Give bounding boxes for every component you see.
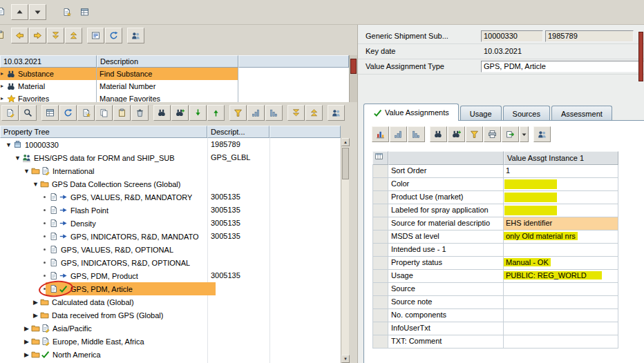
row-selector-cell[interactable] <box>372 296 388 309</box>
tree-row[interactable]: ▼GPS Data Collection Screens (Global) <box>0 177 341 190</box>
row-selector-cell[interactable] <box>372 178 388 191</box>
users-button[interactable] <box>328 105 345 121</box>
page-down-button[interactable] <box>287 105 305 121</box>
right-scroll-marker[interactable] <box>638 32 643 81</box>
scroll-down-button[interactable]: ▼ <box>341 355 350 363</box>
tab-sources[interactable]: Sources <box>503 106 550 121</box>
export-button[interactable] <box>502 126 519 142</box>
characteristic-value-cell[interactable]: PUBLIC: REG_WORLD <box>504 270 618 283</box>
expand-node-icon[interactable]: ▶ <box>22 325 31 332</box>
page-up-button[interactable] <box>305 105 323 121</box>
tree-node-label[interactable]: Data received from GPS (Global) <box>52 311 163 320</box>
collapse-node-icon[interactable]: ▼ <box>4 141 13 148</box>
triangle-down-button[interactable] <box>29 4 46 20</box>
tree-node-label[interactable]: Density <box>70 219 96 228</box>
binoculars-button[interactable] <box>153 105 171 121</box>
characteristic-value-cell[interactable] <box>504 309 618 322</box>
characteristic-value-cell[interactable] <box>504 244 618 257</box>
tree-row[interactable]: ▼EHS/GPS data for FORM and SHIP_SUBGPS_G… <box>0 151 341 164</box>
filter-button[interactable] <box>229 105 247 121</box>
sort-asc-button[interactable] <box>247 105 265 121</box>
characteristic-value-cell[interactable]: only Old material nrs <box>504 230 618 244</box>
characteristic-value-cell[interactable] <box>504 283 618 296</box>
tree-row[interactable]: ▶Europe, Middle East, Africa <box>0 335 341 348</box>
tree-node-label[interactable]: Calculated data (Global) <box>52 298 134 306</box>
tree-row[interactable]: GPS, VALUES, R&D, OPTIONAL <box>0 243 341 256</box>
search-button[interactable] <box>19 105 37 121</box>
tree-row[interactable]: ▶North America <box>0 348 341 361</box>
value-table-corner[interactable] <box>372 151 388 165</box>
tree-node-label[interactable]: Europe, Middle East, Africa <box>53 337 144 346</box>
quick-table-scroll-thumb[interactable] <box>350 59 357 74</box>
tree-row[interactable]: ▼100003301985789 <box>0 138 341 151</box>
binoculars-plus-button[interactable] <box>171 105 189 121</box>
filter-button[interactable] <box>466 126 483 142</box>
quick-row-name-cell[interactable]: ▸Substance <box>0 68 97 80</box>
triangle-up-button[interactable] <box>11 4 28 20</box>
chart-button[interactable] <box>372 126 389 142</box>
characteristic-value-cell[interactable] <box>504 191 618 204</box>
tree-node-label[interactable]: North America <box>53 351 101 359</box>
export-up-button[interactable] <box>207 105 225 121</box>
refresh-button[interactable] <box>59 105 77 121</box>
tree-node-label[interactable]: GPS, VALUES, R&D, OPTIONAL <box>61 246 173 254</box>
tree-scroll-thumb[interactable] <box>342 148 349 179</box>
characteristic-value-cell[interactable]: Manual - OK <box>504 257 618 270</box>
collapse-node-icon[interactable]: ▼ <box>31 181 40 188</box>
worklist-button[interactable] <box>87 28 104 43</box>
quick-row-name-cell[interactable]: ▸Favorites <box>0 92 97 102</box>
characteristic-value-cell[interactable] <box>504 335 618 349</box>
tree-node-label[interactable]: GPS, PDM, Product <box>70 272 138 280</box>
tree-node-label[interactable]: GPS, PDM, Article <box>70 285 133 293</box>
row-selector-cell[interactable] <box>372 283 388 296</box>
collapse-node-icon[interactable]: ▼ <box>22 168 31 175</box>
tree-row[interactable]: GPS, VALUES, R&D, MANDATORY3005135 <box>0 190 341 204</box>
forward-button[interactable] <box>29 28 46 43</box>
caret-down-button[interactable] <box>520 126 529 142</box>
layout-grid-button[interactable] <box>41 105 59 121</box>
doc-copy-button[interactable] <box>95 105 113 121</box>
tree-row[interactable]: ▶Calculated data (Global) <box>0 295 341 308</box>
expand-node-icon[interactable]: ▶ <box>31 312 40 319</box>
tree-scrollbar[interactable]: ▲ ▼ <box>341 138 349 363</box>
tree-row[interactable]: Flash Point3005135 <box>0 204 341 217</box>
row-selector-cell[interactable] <box>372 322 388 335</box>
row-selector-cell[interactable] <box>372 204 388 217</box>
page-down-button[interactable] <box>47 28 64 43</box>
tree-row[interactable]: GPS, PDM, Article <box>0 282 341 295</box>
tree-row[interactable]: ▼International <box>0 164 341 177</box>
tree-row[interactable]: ▶Asia/Pacific <box>0 322 341 335</box>
row-selector-cell[interactable] <box>372 230 388 244</box>
users-button[interactable] <box>127 28 144 43</box>
binoculars-button[interactable] <box>430 126 447 142</box>
binoculars-plus-button[interactable] <box>448 126 465 142</box>
expand-node-icon[interactable]: ▶ <box>31 299 40 306</box>
characteristic-value-cell[interactable] <box>504 204 618 217</box>
row-selector-cell[interactable] <box>372 217 388 230</box>
tab-assessment[interactable]: Assessment <box>551 106 612 121</box>
collapse-node-icon[interactable]: ▼ <box>13 155 22 161</box>
tree-node-label[interactable]: GPS, VALUES, R&D, MANDATORY <box>70 193 192 202</box>
tree-node-label[interactable]: GPS, INDICATORS, R&D, OPTIONAL <box>61 259 190 267</box>
shipment-key-field[interactable]: 1985789 <box>545 30 634 42</box>
trash-button[interactable] <box>131 105 149 121</box>
page-up-button[interactable] <box>65 28 82 43</box>
shipment-number-field[interactable]: 10000330 <box>481 30 543 42</box>
row-selector-cell[interactable] <box>372 244 388 257</box>
tree-node-label[interactable]: Asia/Pacific <box>53 324 92 333</box>
layout-grid-button[interactable] <box>76 4 93 20</box>
row-selector-cell[interactable] <box>372 335 388 349</box>
tree-node-label[interactable]: 10000330 <box>25 141 59 149</box>
quick-table-row[interactable]: ▸MaterialMaterial Number <box>0 80 349 92</box>
characteristic-value-cell[interactable]: EHS identifier <box>504 217 618 230</box>
tab-usage[interactable]: Usage <box>460 106 502 121</box>
quick-row-description-cell[interactable]: Manage Favorites <box>97 92 238 102</box>
tree-node-label[interactable]: EHS/GPS data for FORM and SHIP_SUB <box>34 154 175 162</box>
row-selector-cell[interactable] <box>372 191 388 204</box>
characteristic-value-cell[interactable] <box>504 178 618 191</box>
doc-new-button[interactable] <box>58 4 75 20</box>
row-selector-cell[interactable] <box>372 270 388 283</box>
row-selector-cell[interactable] <box>372 309 388 322</box>
sort-asc-button[interactable] <box>390 126 407 142</box>
quick-table-row[interactable]: ▸FavoritesManage Favorites <box>0 92 349 102</box>
